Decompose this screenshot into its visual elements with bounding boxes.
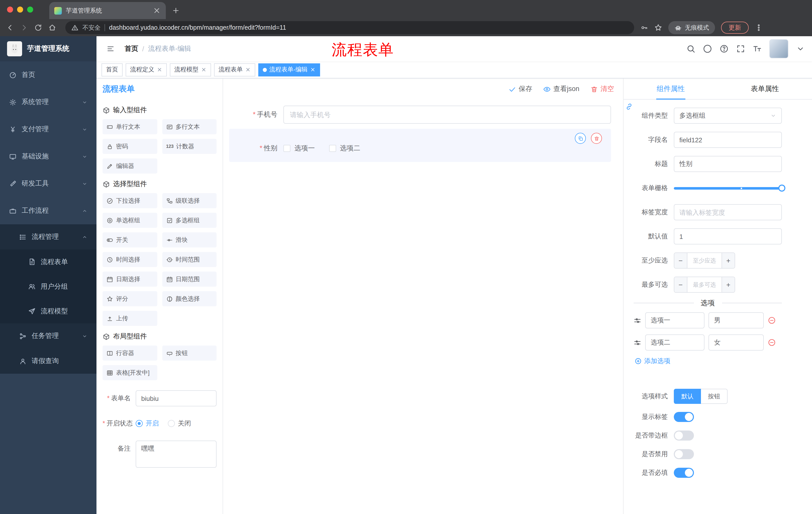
title-input[interactable] bbox=[674, 156, 782, 172]
tag-home[interactable]: 首页 bbox=[102, 63, 123, 76]
remove-option-icon[interactable] bbox=[768, 316, 776, 324]
forward-icon[interactable] bbox=[20, 24, 28, 32]
palette-item-time-range[interactable]: 时间范围 bbox=[162, 252, 216, 267]
sidebar-item-process-form[interactable]: 流程表单 bbox=[0, 249, 96, 274]
sidebar-item-payment[interactable]: 支付管理 bbox=[0, 116, 96, 143]
palette-item-color-picker[interactable]: 颜色选择 bbox=[162, 291, 216, 306]
palette-item-rate[interactable]: 评分 bbox=[103, 291, 157, 306]
palette-item-counter[interactable]: 123 计数器 bbox=[162, 139, 216, 154]
form-grid-slider[interactable] bbox=[674, 180, 782, 196]
sidebar-logo[interactable]: 芋道管理系统 bbox=[0, 36, 96, 61]
default-value-input[interactable] bbox=[674, 228, 782, 244]
palette-item-password[interactable]: 密码 bbox=[103, 139, 157, 154]
browser-update-button[interactable]: 更新 bbox=[721, 22, 749, 34]
form-name-input[interactable] bbox=[136, 390, 216, 406]
close-icon[interactable] bbox=[157, 67, 162, 73]
palette-item-row-container[interactable]: 行容器 bbox=[103, 346, 157, 360]
increase-button[interactable]: + bbox=[722, 253, 735, 268]
palette-item-upload[interactable]: 上传 bbox=[103, 311, 157, 326]
view-json-button[interactable]: 查看json bbox=[543, 84, 579, 93]
zoom-window-button[interactable] bbox=[27, 6, 33, 12]
clear-button[interactable]: 清空 bbox=[590, 84, 614, 93]
option-2-value-input[interactable] bbox=[708, 334, 764, 351]
phone-field-row[interactable]: 手机号 bbox=[229, 106, 611, 124]
drag-handle-icon[interactable] bbox=[634, 317, 641, 324]
palette-item-date-range[interactable]: 日期范围 bbox=[162, 272, 216, 287]
status-radio-open[interactable]: 开启 bbox=[136, 419, 159, 428]
slider-handle[interactable] bbox=[778, 184, 785, 191]
close-window-button[interactable] bbox=[7, 6, 13, 12]
close-icon[interactable] bbox=[310, 67, 316, 73]
close-icon[interactable] bbox=[245, 67, 251, 73]
sidebar-item-leave-query[interactable]: 请假查询 bbox=[0, 349, 96, 374]
home-icon[interactable] bbox=[48, 24, 56, 32]
checkbox-option-1[interactable]: 选项一 bbox=[283, 144, 315, 153]
show-label-toggle[interactable] bbox=[674, 412, 694, 422]
palette-item-select-dropdown[interactable]: 下拉选择 bbox=[103, 193, 157, 208]
increase-button[interactable]: + bbox=[722, 277, 735, 292]
decrease-button[interactable]: − bbox=[674, 277, 687, 292]
option-style-default-button[interactable]: 默认 bbox=[674, 389, 701, 404]
palette-item-rich-editor[interactable]: 编辑器 bbox=[103, 158, 157, 173]
tag-process-model[interactable]: 流程模型 bbox=[170, 63, 211, 76]
hamburger-icon[interactable] bbox=[107, 45, 115, 53]
palette-item-radio-group[interactable]: 单选框组 bbox=[103, 213, 157, 228]
palette-item-single-line-text[interactable]: 单行文本 bbox=[103, 119, 157, 134]
checkbox-option-2[interactable]: 选项二 bbox=[329, 144, 360, 153]
tab-form-props[interactable]: 表单属性 bbox=[718, 78, 812, 99]
fullscreen-icon[interactable] bbox=[736, 44, 745, 53]
palette-item-multi-line-text[interactable]: 多行文本 bbox=[162, 119, 216, 134]
drag-handle-icon[interactable] bbox=[634, 339, 641, 346]
sidebar-item-process-mgmt[interactable]: 流程管理 bbox=[0, 224, 96, 249]
field-name-input[interactable] bbox=[674, 132, 782, 148]
delete-widget-button[interactable] bbox=[591, 133, 602, 144]
palette-item-slider[interactable]: 滑块 bbox=[162, 232, 216, 247]
tab-component-props[interactable]: 组件属性 bbox=[624, 78, 718, 99]
sidebar-item-user-group[interactable]: 用户分组 bbox=[0, 274, 96, 299]
sidebar-item-infrastructure[interactable]: 基础设施 bbox=[0, 143, 96, 170]
copy-widget-button[interactable] bbox=[575, 133, 586, 144]
sidebar-item-devtools[interactable]: 研发工具 bbox=[0, 170, 96, 197]
sidebar-item-home[interactable]: 首页 bbox=[0, 61, 96, 88]
tag-process-form[interactable]: 流程表单 bbox=[214, 63, 255, 76]
palette-item-checkbox-group[interactable]: 多选框组 bbox=[162, 213, 216, 228]
back-icon[interactable] bbox=[6, 24, 14, 32]
breadcrumb-home[interactable]: 首页 bbox=[125, 44, 138, 53]
minimize-window-button[interactable] bbox=[17, 6, 23, 12]
required-toggle[interactable] bbox=[674, 468, 694, 478]
tag-process-definition[interactable]: 流程定义 bbox=[126, 63, 167, 76]
palette-item-table-dev[interactable]: 表格[开发中] bbox=[103, 365, 157, 380]
option-1-value-input[interactable] bbox=[708, 312, 764, 328]
github-icon[interactable] bbox=[703, 44, 712, 53]
sidebar-item-system[interactable]: 系统管理 bbox=[0, 88, 96, 116]
sidebar-item-workflow[interactable]: 工作流程 bbox=[0, 197, 96, 224]
decrease-button[interactable]: − bbox=[674, 253, 687, 268]
search-icon[interactable] bbox=[686, 44, 695, 53]
label-width-input[interactable] bbox=[674, 204, 782, 220]
password-key-icon[interactable] bbox=[640, 24, 648, 32]
sidebar-item-task-mgmt[interactable]: 任务管理 bbox=[0, 323, 96, 349]
browser-menu-icon[interactable] bbox=[755, 24, 763, 32]
tag-process-form-edit[interactable]: 流程表单-编辑 bbox=[258, 63, 320, 76]
save-button[interactable]: 保存 bbox=[509, 84, 532, 93]
bookmark-star-icon[interactable] bbox=[654, 24, 662, 32]
option-style-button-button[interactable]: 按钮 bbox=[701, 389, 728, 404]
palette-item-switch[interactable]: 开关 bbox=[103, 232, 157, 247]
close-icon[interactable] bbox=[201, 67, 206, 73]
link-icon[interactable] bbox=[625, 103, 633, 111]
component-type-select[interactable]: 多选框组 bbox=[674, 108, 782, 124]
option-2-label-input[interactable] bbox=[645, 334, 704, 351]
palette-item-cascader[interactable]: 级联选择 bbox=[162, 193, 216, 208]
status-radio-closed[interactable]: 关闭 bbox=[168, 419, 191, 428]
phone-input[interactable] bbox=[283, 106, 611, 124]
gender-widget-selected[interactable]: 性别 选项一 选项二 bbox=[229, 129, 611, 162]
form-remark-textarea[interactable]: 嘿嘿 bbox=[136, 440, 216, 468]
min-select-value[interactable]: 至少应选 bbox=[687, 253, 722, 268]
palette-item-button[interactable]: 按钮 bbox=[162, 346, 216, 360]
sidebar-item-process-model[interactable]: 流程模型 bbox=[0, 299, 96, 323]
url-bar[interactable]: 不安全 dashboard.yudao.iocoder.cn/bpm/manag… bbox=[65, 21, 634, 34]
palette-item-date-picker[interactable]: 日期选择 bbox=[103, 272, 157, 287]
palette-item-time-picker[interactable]: 时间选择 bbox=[103, 252, 157, 267]
avatar-caret-down-icon[interactable] bbox=[796, 44, 805, 53]
tab-close-icon[interactable] bbox=[153, 6, 161, 15]
